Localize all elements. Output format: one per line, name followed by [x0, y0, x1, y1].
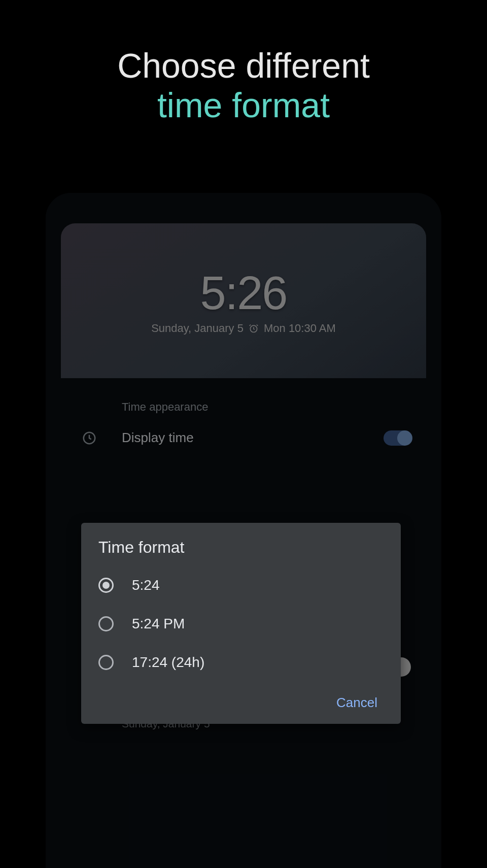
toggle-display-time[interactable] [384, 430, 411, 446]
option-label: 5:24 PM [132, 616, 185, 632]
option-5-24-pm[interactable]: 5:24 PM [81, 605, 401, 643]
cancel-button[interactable]: Cancel [330, 690, 384, 716]
option-label: 5:24 [132, 577, 160, 593]
clock-preview: 5:26 Sunday, January 5 Mon 10:30 AM [61, 223, 426, 378]
clock-icon [71, 430, 108, 446]
radio-icon [98, 655, 114, 670]
clock-subline: Sunday, January 5 Mon 10:30 AM [151, 322, 336, 335]
dialog-time-format: Time format 5:24 5:24 PM 17:24 (24h) Can… [81, 523, 401, 724]
row-display-time-label: Display time [122, 430, 369, 446]
radio-icon [98, 578, 114, 593]
radio-icon [98, 616, 114, 631]
clock-date: Sunday, January 5 [151, 322, 244, 335]
row-display-time[interactable]: Display time [71, 421, 416, 455]
promo-line1: Choose different [117, 46, 370, 85]
clock-alarm: Mon 10:30 AM [264, 322, 336, 335]
option-label: 17:24 (24h) [132, 654, 204, 671]
section-time-appearance: Time appearance [71, 393, 416, 421]
option-5-24[interactable]: 5:24 [81, 566, 401, 605]
dialog-title: Time format [81, 538, 401, 566]
alarm-icon [249, 323, 259, 333]
promo-heading: Choose different time format [0, 0, 487, 125]
option-17-24-24h[interactable]: 17:24 (24h) [81, 643, 401, 682]
clock-time: 5:26 [200, 266, 287, 320]
promo-line2: time format [157, 86, 330, 124]
